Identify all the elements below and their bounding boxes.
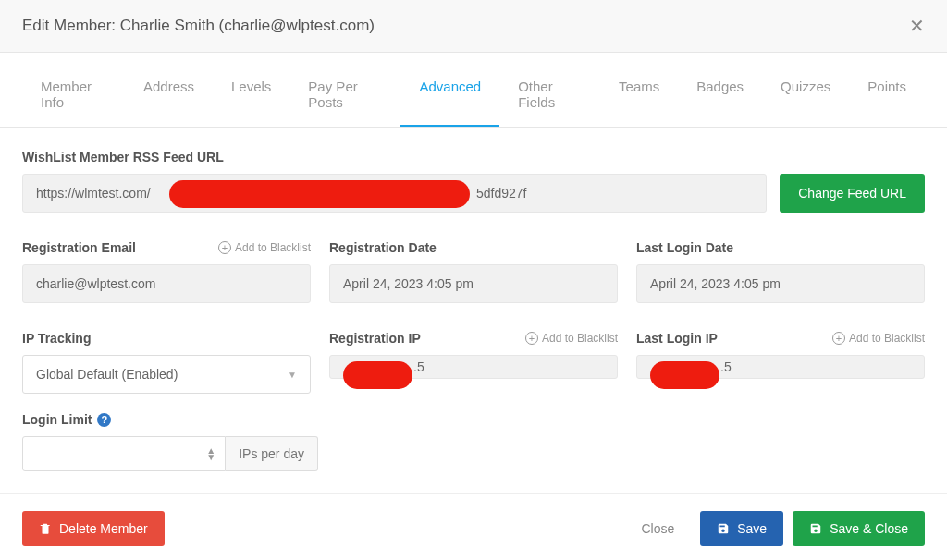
ip-tracking-select[interactable]: Global Default (Enabled) ▼	[22, 355, 311, 394]
tab-other-fields[interactable]: Other Fields	[499, 64, 600, 127]
reg-ip-value-box: .5	[329, 355, 618, 379]
add-blacklist-label: Add to Blacklist	[542, 332, 618, 345]
add-blacklist-label: Add to Blacklist	[235, 241, 311, 254]
trash-icon	[39, 522, 52, 535]
plus-icon: +	[525, 332, 538, 345]
last-login-date-label: Last Login Date	[636, 240, 925, 255]
rss-label: WishList Member RSS Feed URL	[22, 150, 925, 164]
last-login-ip-field: Last Login IP + Add to Blacklist .5	[636, 331, 925, 394]
redaction-bar	[169, 180, 470, 208]
tab-levels[interactable]: Levels	[213, 64, 289, 127]
add-blacklist-email[interactable]: + Add to Blacklist	[218, 241, 311, 254]
login-limit-label: Login Limit	[22, 412, 92, 427]
plus-icon: +	[218, 241, 231, 254]
change-feed-url-button[interactable]: Change Feed URL	[780, 174, 925, 213]
delete-member-button[interactable]: Delete Member	[22, 511, 165, 546]
tab-member-info[interactable]: Member Info	[22, 64, 125, 127]
rss-url-prefix: https://wlmtest.com/	[36, 186, 151, 201]
tab-pay-per-posts[interactable]: Pay Per Posts	[289, 64, 400, 127]
add-blacklist-label: Add to Blacklist	[849, 332, 925, 345]
save-icon	[717, 522, 730, 535]
tab-address[interactable]: Address	[125, 64, 213, 127]
last-login-date-field: Last Login Date April 24, 2023 4:05 pm	[636, 240, 925, 303]
ip-tracking-label: IP Tracking	[22, 331, 311, 346]
login-limit-unit: IPs per day	[226, 436, 318, 471]
reg-email-value: charlie@wlptest.com	[22, 264, 311, 303]
login-limit-field: Login Limit ? ▲▼ IPs per day	[22, 412, 925, 471]
last-login-ip-suffix: .5	[720, 359, 732, 374]
rss-row: https://wlmtest.com/ 5dfd927f Change Fee…	[22, 174, 925, 213]
modal-content: WishList Member RSS Feed URL https://wlm…	[0, 128, 947, 493]
delete-member-label: Delete Member	[59, 521, 148, 536]
reg-ip-field: Registration IP + Add to Blacklist .5	[329, 331, 618, 394]
reg-email-field: Registration Email + Add to Blacklist ch…	[22, 240, 311, 303]
reg-ip-suffix: .5	[413, 359, 424, 374]
reg-email-label: Registration Email	[22, 240, 136, 255]
save-close-button[interactable]: Save & Close	[793, 511, 925, 546]
edit-member-modal: Edit Member: Charlie Smith (charlie@wlpt…	[0, 0, 947, 560]
tab-badges[interactable]: Badges	[678, 64, 762, 127]
redaction-bar	[650, 361, 719, 389]
tabs-bar: Member Info Address Levels Pay Per Posts…	[0, 64, 947, 128]
save-label: Save	[737, 521, 767, 536]
fields-grid: Registration Email + Add to Blacklist ch…	[22, 240, 925, 394]
add-blacklist-login-ip[interactable]: + Add to Blacklist	[832, 332, 925, 345]
modal-footer: Delete Member Close Save Save & Close	[0, 493, 947, 560]
help-icon[interactable]: ?	[97, 413, 111, 427]
reg-date-value: April 24, 2023 4:05 pm	[329, 264, 618, 303]
save-button[interactable]: Save	[700, 511, 783, 546]
modal-header: Edit Member: Charlie Smith (charlie@wlpt…	[0, 0, 947, 53]
number-stepper-icon[interactable]: ▲▼	[206, 447, 215, 460]
add-blacklist-reg-ip[interactable]: + Add to Blacklist	[525, 332, 618, 345]
ip-tracking-value: Global Default (Enabled)	[36, 367, 178, 382]
ip-tracking-field: IP Tracking Global Default (Enabled) ▼	[22, 331, 311, 394]
last-login-ip-label: Last Login IP	[636, 331, 718, 346]
last-login-ip-value-box: .5	[636, 355, 925, 379]
close-icon[interactable]: ✕	[909, 17, 925, 35]
reg-date-label: Registration Date	[329, 240, 618, 255]
tab-quizzes[interactable]: Quizzes	[762, 64, 849, 127]
tab-points[interactable]: Points	[849, 64, 925, 127]
save-icon	[809, 522, 822, 535]
redaction-bar	[343, 361, 412, 389]
footer-actions: Close Save Save & Close	[624, 511, 925, 546]
login-limit-input-group: ▲▼ IPs per day	[22, 436, 318, 471]
last-login-date-value: April 24, 2023 4:05 pm	[636, 264, 925, 303]
close-button[interactable]: Close	[624, 511, 691, 546]
plus-icon: +	[832, 332, 845, 345]
tab-teams[interactable]: Teams	[600, 64, 678, 127]
tab-advanced[interactable]: Advanced	[400, 64, 499, 127]
modal-title: Edit Member: Charlie Smith (charlie@wlpt…	[22, 17, 375, 35]
reg-date-field: Registration Date April 24, 2023 4:05 pm	[329, 240, 618, 303]
chevron-down-icon: ▼	[288, 370, 297, 380]
rss-url-suffix: 5dfd927f	[476, 186, 527, 201]
save-close-label: Save & Close	[830, 521, 908, 536]
reg-ip-label: Registration IP	[329, 331, 421, 346]
rss-url-input[interactable]: https://wlmtest.com/ 5dfd927f	[22, 174, 767, 213]
login-limit-input[interactable]: ▲▼	[22, 436, 226, 471]
